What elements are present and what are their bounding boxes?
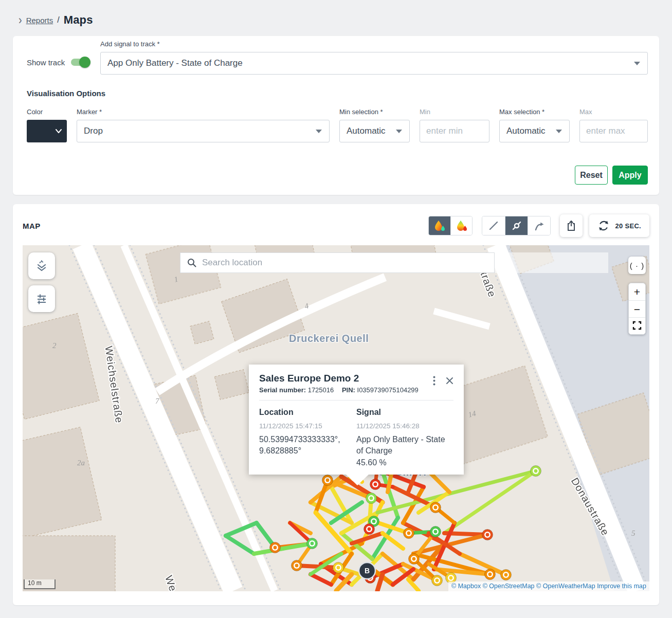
popup-close-button[interactable] — [445, 376, 455, 386]
track-point-marker[interactable] — [322, 475, 333, 486]
track-point-marker[interactable] — [364, 524, 375, 535]
max-selection-label: Max selection * — [499, 108, 570, 116]
sliders-icon — [34, 291, 49, 306]
track-point-marker[interactable] — [292, 560, 302, 571]
map-settings-button[interactable] — [28, 285, 55, 312]
attribution-owm-link[interactable]: © OpenWeatherMap — [536, 583, 595, 590]
attribution-improve-link[interactable]: Improve this map — [597, 583, 646, 590]
zoom-out-button[interactable]: − — [629, 300, 645, 317]
rainbow-drop-green-icon — [433, 220, 446, 232]
map-toolbar: 20 SEC. — [428, 214, 649, 237]
color-picker[interactable] — [27, 120, 67, 142]
breadcrumb-link-reports[interactable]: Reports — [26, 16, 53, 25]
fullscreen-button[interactable] — [629, 317, 645, 334]
close-icon — [446, 377, 453, 385]
track-point-marker[interactable] — [404, 528, 414, 539]
show-track-toggle[interactable] — [71, 59, 89, 66]
popup-title: Sales Europe Demo 2 — [259, 373, 453, 384]
max-label: Max — [579, 108, 648, 116]
curved-line-button[interactable] — [528, 216, 550, 235]
track-point-marker[interactable] — [501, 570, 512, 580]
zoom-in-button[interactable]: + — [629, 283, 645, 300]
location-heading: Location — [259, 408, 356, 417]
track-segment — [444, 471, 536, 533]
popup-menu-button[interactable] — [432, 375, 437, 387]
serial-value: 1725016 — [308, 386, 334, 394]
popup-divider — [259, 400, 453, 401]
device-marker-label: B — [365, 567, 370, 575]
track-point-marker[interactable] — [270, 542, 281, 553]
show-track-label: Show track — [27, 58, 65, 67]
fullscreen-icon — [632, 321, 642, 330]
device-popup: Sales Europe Demo 2 Serial number: 17250… — [249, 365, 464, 475]
track-point-marker[interactable] — [531, 466, 541, 477]
signal-select[interactable]: App Only Battery - State of Charge — [100, 52, 648, 75]
max-selection-value: Automatic — [506, 126, 546, 136]
signal-value: 45.60 % — [356, 458, 453, 467]
track-point-marker[interactable] — [432, 575, 443, 586]
color-mode-group — [428, 216, 473, 235]
min-selection-label: Min selection * — [339, 108, 410, 116]
location-coordinates: 50.53994733333333°, 9.6828885° — [259, 434, 349, 456]
signal-name: App Only Battery - State of Charge — [356, 434, 449, 456]
popup-location-section: Location 11/12/2025 15:47:15 50.53994733… — [259, 408, 356, 467]
zoom-controls: + − — [628, 283, 646, 335]
track-options-panel: Show track Add signal to track * App Onl… — [13, 36, 659, 195]
attribution-osm-link[interactable]: © OpenStreetMap — [483, 583, 535, 590]
track-segment — [226, 523, 257, 536]
attribution-mapbox-link[interactable]: © Mapbox — [451, 583, 481, 590]
pin-value: I0359739075104299 — [357, 386, 419, 394]
refresh-interval-button[interactable]: 20 SEC. — [589, 214, 649, 237]
chevron-down-icon — [55, 127, 63, 135]
location-timestamp: 11/12/2025 15:47:15 — [259, 422, 356, 430]
min-input[interactable] — [420, 120, 489, 142]
track-point-marker[interactable] — [485, 569, 496, 580]
signal-select-label: Add signal to track * — [100, 40, 648, 48]
locate-button[interactable]: ( · ) — [628, 257, 646, 274]
reset-button[interactable]: Reset — [575, 166, 608, 185]
device-marker-b[interactable]: B — [359, 562, 375, 579]
search-location-input[interactable] — [202, 258, 488, 268]
visualisation-options-heading: Visualisation Options — [27, 89, 648, 98]
map-layers-button[interactable] — [28, 252, 55, 279]
track-point-marker[interactable] — [409, 554, 420, 565]
map-canvas[interactable]: Weichselstraße We austraße Donaustraße D… — [23, 245, 649, 591]
track-point-marker[interactable] — [370, 479, 381, 490]
map-panel: MAP — [13, 204, 659, 605]
marker-label: Marker * — [77, 108, 330, 116]
track-point-marker[interactable] — [482, 530, 493, 540]
page-title: Maps — [64, 13, 93, 27]
rainbow-drop-red-icon — [455, 220, 468, 232]
max-selection-select[interactable]: Automatic — [499, 120, 570, 142]
signal-select-value: App Only Battery - State of Charge — [107, 58, 243, 68]
popup-subtitle: Serial number: 1725016 PIN: I03597390751… — [259, 386, 453, 394]
track-segment — [226, 536, 254, 554]
map-scale: 10 m — [24, 579, 56, 589]
gradient-track-alt-button[interactable] — [450, 216, 472, 235]
serial-label: Serial number: — [259, 386, 306, 394]
curved-arrow-icon — [533, 220, 546, 232]
track-point-marker[interactable] — [430, 502, 441, 513]
breadcrumb: › Reports / Maps — [0, 0, 672, 27]
min-label: Min — [420, 108, 489, 116]
chevron-right-icon[interactable]: › — [19, 14, 22, 26]
track-point-marker[interactable] — [366, 493, 377, 504]
track-point-marker[interactable] — [430, 526, 441, 537]
straight-line-button[interactable] — [482, 216, 505, 235]
line-with-points-button[interactable] — [505, 216, 528, 235]
marker-select[interactable]: Drop — [77, 120, 330, 142]
apply-button[interactable]: Apply — [612, 166, 648, 185]
export-icon — [565, 220, 577, 232]
refresh-interval-label: 20 SEC. — [615, 222, 641, 230]
signal-heading: Signal — [356, 408, 453, 417]
search-box[interactable] — [180, 252, 495, 273]
track-point-marker[interactable] — [333, 562, 344, 573]
search-icon — [187, 258, 197, 268]
max-input[interactable] — [579, 120, 648, 142]
track-point-marker[interactable] — [307, 538, 318, 549]
export-button[interactable] — [560, 214, 583, 237]
popup-signal-section: Signal 11/12/2025 15:46:28 App Only Batt… — [356, 408, 453, 467]
map-attribution: © Mapbox © OpenStreetMap © OpenWeatherMa… — [448, 581, 649, 591]
gradient-track-button[interactable] — [429, 216, 450, 235]
min-selection-select[interactable]: Automatic — [339, 120, 410, 142]
